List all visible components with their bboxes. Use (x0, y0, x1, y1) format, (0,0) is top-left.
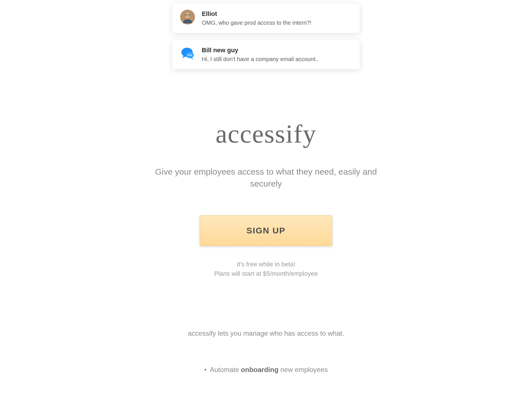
description: accessify lets you manage who has access… (141, 329, 391, 337)
chat-bubble-icon (180, 46, 195, 61)
svg-point-6 (189, 55, 190, 56)
logo: accessify (141, 119, 391, 149)
notification-message: OMG, who gave prod access to the intern?… (202, 19, 352, 27)
notification-card: Elliot OMG, who gave prod access to the … (172, 3, 360, 33)
svg-point-5 (188, 55, 189, 56)
notification-content: Bill new guy Hi, I still don't have a co… (202, 46, 352, 63)
bullet-icon: • (204, 366, 207, 373)
chat-icon (180, 46, 195, 61)
pricing-line: Plans will start at $5/month/employee (141, 269, 391, 278)
pricing-note: It's free while in beta! Plans will star… (141, 260, 391, 278)
signup-button[interactable]: SIGN UP (200, 215, 332, 246)
notification-card: Bill new guy Hi, I still don't have a co… (172, 40, 360, 69)
avatar (180, 10, 195, 24)
notification-content: Elliot OMG, who gave prod access to the … (202, 10, 352, 27)
svg-point-7 (191, 55, 192, 56)
notification-message: Hi, I still don't have a company email a… (202, 55, 352, 63)
feature-bold: onboarding (241, 366, 279, 373)
notification-sender: Bill new guy (202, 47, 352, 54)
notification-sender: Elliot (202, 10, 352, 18)
feature-suffix: new employees (279, 366, 328, 373)
feature-item: • Automate onboarding new employees (141, 366, 391, 374)
pricing-line: It's free while in beta! (141, 260, 391, 269)
tagline: Give your employees access to what they … (141, 166, 391, 190)
hero-section: accessify Give your employees access to … (141, 119, 391, 374)
avatar-icon (180, 10, 195, 24)
svg-point-1 (185, 13, 190, 18)
feature-prefix: Automate (210, 366, 241, 373)
